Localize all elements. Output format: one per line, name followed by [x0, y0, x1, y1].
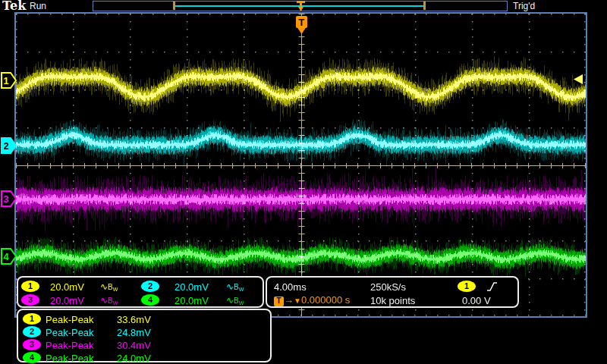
channel-3-badge: 3 [21, 294, 39, 306]
waveform-canvas [16, 14, 586, 316]
measurement-2-value: 24.8mV [117, 328, 151, 337]
svg-text:2: 2 [3, 140, 8, 152]
channel-4-scale: 20.0mV [175, 296, 209, 306]
down-marker-icon: ▼ [294, 297, 301, 305]
top-status-bar: Tek Run Trig'd [0, 0, 607, 13]
channel-2-coupling-bandwidth-icon: ∿BW [226, 282, 244, 292]
svg-text:T: T [299, 17, 305, 28]
sample-rate: 250kS/s [370, 282, 406, 292]
arrow-icon: → [284, 294, 294, 306]
measurement-4-badge: 4 [23, 352, 41, 363]
trigger-status: Trig'd [513, 1, 535, 11]
record-length: 10k points [370, 296, 415, 306]
time-per-div: 4.00ms [274, 282, 307, 292]
channel-1-scale: 20.0mV [50, 282, 84, 292]
channel-marker-4: 4 [1, 248, 17, 265]
measurement-3-badge: 3 [23, 339, 41, 350]
trigger-source-badge: 1 [458, 281, 476, 292]
channel-settings-box: 1 20.0mV ∿BW 2 20.0mV ∿BW 3 20.0mV ∿BW 4… [17, 276, 264, 308]
record-window-right-bracket-icon [423, 2, 426, 10]
channel-1-coupling-bandwidth-icon: ∿BW [100, 282, 118, 292]
measurement-3-value: 30.4mV [117, 340, 151, 350]
measurement-1-label: Peak-Peak [46, 315, 94, 325]
channel-3-coupling-bandwidth-icon: ∿BW [100, 296, 118, 306]
svg-text:3: 3 [3, 193, 8, 205]
measurement-1-badge: 1 [23, 313, 41, 325]
channel-2-scale: 20.0mV [175, 282, 209, 292]
tek-logo: Tek [2, 0, 26, 13]
measurement-2-label: Peak-Peak [46, 328, 94, 337]
channel-marker-1: 1 [1, 72, 17, 89]
channel-marker-3: 3 [1, 190, 17, 207]
record-window-left-bracket-icon [173, 2, 175, 10]
trigger-delay-readout: T→▼0.000000 s [274, 295, 350, 306]
rising-edge-icon [486, 281, 498, 292]
trigger-position-flag-icon: T [294, 15, 310, 36]
channel-4-coupling-bandwidth-icon: ∿BW [226, 296, 244, 306]
channel-marker-2: 2 [1, 137, 17, 154]
trigger-level: 0.00 V [462, 296, 491, 306]
channel-4-badge: 4 [141, 294, 159, 306]
trigger-t-icon: T [274, 297, 284, 306]
measurement-4-label: Peak-Peak [46, 353, 94, 363]
svg-text:1: 1 [3, 75, 8, 86]
channel-3-scale: 20.0mV [50, 296, 84, 306]
measurement-2-badge: 2 [23, 326, 41, 337]
channel-1-badge: 1 [21, 281, 39, 292]
horizontal-trigger-box: 4.00ms 250kS/s 1 T→▼0.000000 s 10k point… [266, 276, 519, 308]
channel-2-badge: 2 [141, 281, 159, 292]
measurement-1-value: 33.6mV [117, 315, 151, 325]
measurement-3-label: Peak-Peak [46, 340, 94, 350]
waveform-display-area: T [14, 12, 587, 318]
acquisition-status: Run [30, 1, 46, 11]
record-trigger-position-icon [296, 1, 306, 12]
svg-text:4: 4 [3, 251, 9, 262]
right-edge-reference-arrow-icon [574, 74, 583, 84]
measurement-4-value: 24.0mV [117, 353, 151, 363]
measurements-box: 1 Peak-Peak 33.6mV 2 Peak-Peak 24.8mV 3 … [17, 309, 272, 362]
